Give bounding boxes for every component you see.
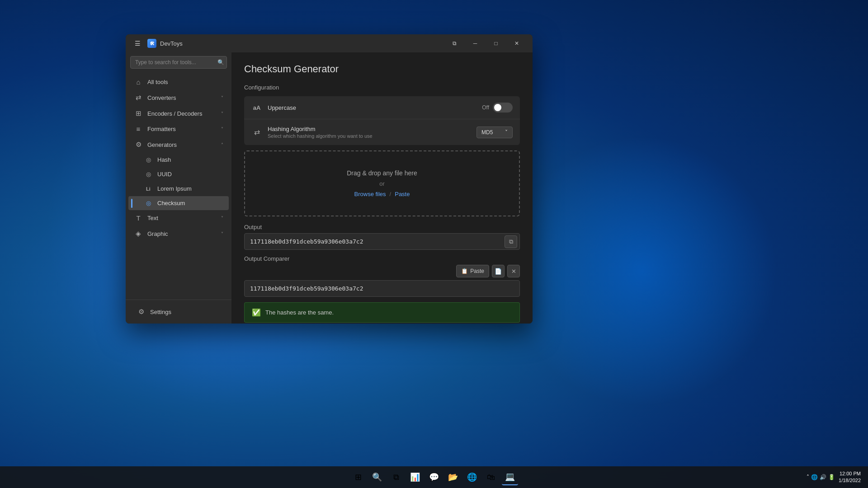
- clock[interactable]: 12:00 PM 1/18/2022: [839, 470, 861, 484]
- sidebar-label-converters: Converters: [147, 94, 217, 101]
- sidebar-label-generators: Generators: [147, 141, 217, 148]
- window-controls: ⧉ ─ □ ✕: [444, 36, 527, 51]
- chevron-up-icon[interactable]: ˄: [807, 474, 809, 480]
- chat-button[interactable]: 💬: [426, 469, 442, 485]
- sidebar-footer: ⚙ Settings: [126, 300, 231, 324]
- success-check-icon: ✅: [252, 308, 261, 317]
- explorer-button[interactable]: 📂: [445, 469, 461, 485]
- uppercase-info: Uppercase: [268, 104, 476, 111]
- hashing-label: Hashing Algorithm: [268, 126, 471, 132]
- menu-button[interactable]: ☰: [131, 37, 144, 50]
- page-title: Checksum Generator: [244, 63, 520, 75]
- uppercase-label: Uppercase: [268, 104, 476, 111]
- paste-icon: 📋: [461, 268, 468, 274]
- uppercase-toggle-wrap: Off: [482, 103, 513, 113]
- chevron-down-icon: ˅: [221, 231, 223, 236]
- date-display: 1/18/2022: [839, 477, 861, 484]
- edge-button[interactable]: 🌐: [464, 469, 480, 485]
- taskbar-right: ˄ 🌐 🔊 🔋 12:00 PM 1/18/2022: [807, 470, 861, 484]
- hashing-icon: ⇄: [251, 128, 262, 136]
- search-icon[interactable]: 🔍: [217, 59, 224, 66]
- battery-icon: 🔋: [828, 474, 835, 480]
- output-field: [244, 233, 520, 250]
- window-body: 🔍 ⌂ All tools ⇄ Converters ˅ ⊞ Encoders …: [126, 52, 533, 324]
- taskbar: ⊞ 🔍 ⧉ 📊 💬 📂 🌐 🛍 💻 ˄ 🌐 🔊 🔋 12:00 PM 1/18/…: [0, 466, 868, 488]
- sidebar-item-loremipsum[interactable]: Li Lorem Ipsum: [128, 182, 229, 196]
- paste-link[interactable]: Paste: [395, 191, 410, 197]
- lorem-icon: Li: [144, 186, 153, 192]
- store-button[interactable]: 🛍: [483, 469, 499, 485]
- uppercase-toggle[interactable]: [493, 103, 513, 113]
- uppercase-icon: aA: [251, 104, 262, 111]
- taskbar-center: ⊞ 🔍 ⧉ 📊 💬 📂 🌐 🛍 💻: [350, 469, 518, 485]
- success-message: ✅ The hashes are the same.: [244, 302, 520, 323]
- devtoys-taskbar-button[interactable]: 💻: [502, 469, 518, 485]
- sidebar-label-graphic: Graphic: [147, 230, 217, 237]
- sidebar-label-hash: Hash: [157, 156, 223, 163]
- search-input[interactable]: [130, 56, 227, 69]
- clear-file-button[interactable]: 📄: [492, 265, 505, 277]
- paste-comparer-button[interactable]: 📋 Paste: [456, 265, 489, 277]
- hashing-dropdown[interactable]: MD5 ˅: [476, 127, 513, 138]
- home-icon: ⌂: [134, 78, 143, 86]
- success-text: The hashes are the same.: [265, 309, 334, 316]
- output-section: Output ⧉: [244, 224, 520, 250]
- browse-files-link[interactable]: Browse files: [354, 191, 386, 197]
- widgets-button[interactable]: 📊: [407, 469, 423, 485]
- drop-zone-divider: /: [390, 191, 392, 197]
- drop-zone-links: Browse files / Paste: [254, 191, 510, 197]
- sidebar-item-hash[interactable]: ◎ Hash: [128, 153, 229, 167]
- sidebar-label-text: Text: [147, 215, 217, 221]
- converters-icon: ⇄: [134, 94, 143, 102]
- snap-button[interactable]: ⧉: [444, 36, 465, 51]
- settings-item[interactable]: ⚙ Settings: [131, 304, 226, 319]
- sidebar-label-checksum: Checksum: [157, 200, 223, 206]
- sidebar-item-converters[interactable]: ⇄ Converters ˅: [128, 90, 229, 105]
- start-button[interactable]: ⊞: [350, 469, 366, 485]
- minimize-button[interactable]: ─: [465, 36, 486, 51]
- copy-output-button[interactable]: ⧉: [505, 235, 517, 248]
- sidebar-label-formatters: Formatters: [147, 126, 217, 132]
- close-button[interactable]: ✕: [506, 36, 527, 51]
- sidebar-nav: ⌂ All tools ⇄ Converters ˅ ⊞ Encoders / …: [126, 72, 231, 300]
- file-icon: 📄: [495, 268, 502, 275]
- sidebar-item-all-tools[interactable]: ⌂ All tools: [128, 75, 229, 89]
- comparer-label: Output Comparer: [244, 255, 520, 262]
- comparer-field[interactable]: [244, 280, 520, 297]
- chevron-up-icon: ˄: [221, 142, 223, 147]
- sidebar-item-encoders[interactable]: ⊞ Encoders / Decoders ˅: [128, 106, 229, 121]
- time-display: 12:00 PM: [839, 470, 861, 477]
- hashing-row: ⇄ Hashing Algorithm Select which hashing…: [244, 119, 520, 145]
- drop-zone[interactable]: Drag & drop any file here or Browse file…: [244, 150, 520, 216]
- chevron-down-icon: ˅: [221, 111, 223, 116]
- checksum-icon: ◎: [144, 200, 153, 206]
- app-logo: 🛠: [147, 39, 156, 48]
- clear-comparer-button[interactable]: ✕: [507, 265, 520, 277]
- paste-label: Paste: [470, 268, 484, 274]
- comparer-section: Output Comparer 📋 Paste 📄 ✕: [244, 255, 520, 297]
- volume-icon: 🔊: [820, 474, 826, 480]
- uuid-icon: ◎: [144, 171, 153, 178]
- drop-zone-or: or: [254, 180, 510, 187]
- sidebar-item-uuid[interactable]: ◎ UUID: [128, 167, 229, 181]
- sidebar: 🔍 ⌂ All tools ⇄ Converters ˅ ⊞ Encoders …: [126, 52, 231, 324]
- sidebar-item-graphic[interactable]: ◈ Graphic ˅: [128, 226, 229, 241]
- chevron-down-icon: ˅: [221, 95, 223, 100]
- app-title: DevToys: [160, 40, 440, 47]
- sidebar-label-encoders: Encoders / Decoders: [147, 110, 217, 117]
- search-button[interactable]: 🔍: [369, 469, 385, 485]
- sidebar-item-text[interactable]: T Text ˅: [128, 211, 229, 225]
- output-label: Output: [244, 224, 520, 230]
- configuration-label: Configuration: [244, 84, 520, 91]
- hashing-info: Hashing Algorithm Select which hashing a…: [268, 126, 471, 139]
- copy-icon: ⧉: [509, 238, 513, 245]
- hashing-value: MD5: [481, 129, 493, 136]
- formatters-icon: ≡: [134, 125, 143, 133]
- sidebar-label-all-tools: All tools: [147, 79, 223, 85]
- sidebar-item-generators[interactable]: ⚙ Generators ˄: [128, 137, 229, 152]
- toggle-off-label: Off: [482, 104, 489, 111]
- sidebar-item-formatters[interactable]: ≡ Formatters ˅: [128, 122, 229, 136]
- sidebar-item-checksum[interactable]: ◎ Checksum: [128, 196, 229, 210]
- taskview-button[interactable]: ⧉: [388, 469, 404, 485]
- maximize-button[interactable]: □: [486, 36, 506, 51]
